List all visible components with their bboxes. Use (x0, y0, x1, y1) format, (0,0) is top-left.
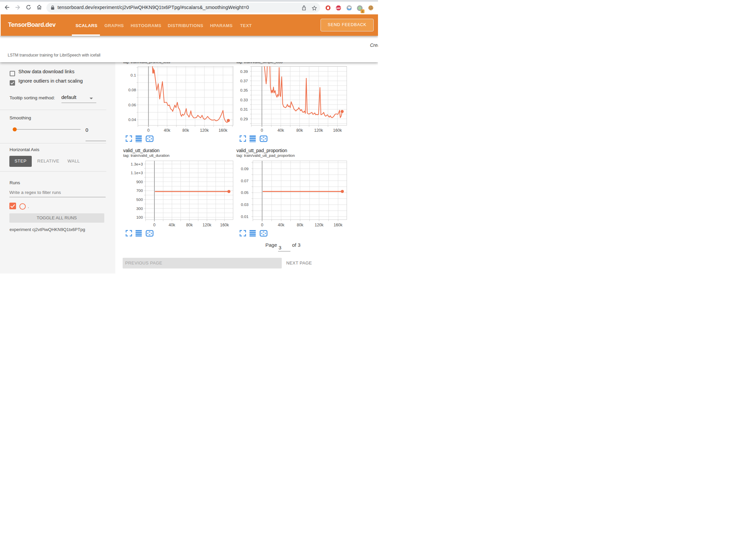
svg-text:40k: 40k (278, 223, 285, 227)
svg-text:80k: 80k (296, 128, 303, 133)
svg-text:160k: 160k (220, 223, 229, 227)
svg-text:0.04: 0.04 (128, 117, 136, 122)
svg-text:0.08: 0.08 (128, 88, 136, 92)
svg-text:valid_utt_pad_proportion: valid_utt_pad_proportion (237, 148, 287, 153)
svg-text:700: 700 (136, 188, 143, 193)
svg-text:0.39: 0.39 (240, 69, 248, 74)
svg-text:0.01: 0.01 (241, 214, 249, 219)
svg-text:0.07: 0.07 (241, 179, 249, 183)
svg-text:0: 0 (261, 128, 263, 133)
svg-text:1: 1 (362, 10, 363, 13)
svg-text:0.06: 0.06 (128, 103, 136, 107)
svg-text:500: 500 (136, 197, 143, 202)
svg-text:0.09: 0.09 (241, 167, 249, 171)
svg-text:0.03: 0.03 (241, 202, 249, 207)
svg-text:40k: 40k (169, 223, 176, 227)
svg-text:120k: 120k (314, 223, 324, 227)
svg-text:1.3e+3: 1.3e+3 (131, 162, 143, 167)
svg-text:80k: 80k (186, 223, 193, 227)
svg-text:120k: 120k (200, 128, 209, 133)
svg-text:900: 900 (136, 180, 143, 184)
svg-text:tag: train/valid_utt_duration: tag: train/valid_utt_duration (123, 153, 170, 157)
svg-text:160k: 160k (219, 128, 228, 133)
svg-text:40k: 40k (277, 128, 284, 133)
svg-text:0: 0 (153, 223, 156, 227)
svg-text:valid_utt_duration: valid_utt_duration (123, 148, 160, 153)
svg-text:300: 300 (136, 206, 143, 211)
svg-text:0.29: 0.29 (240, 117, 248, 121)
svg-text:100: 100 (136, 215, 143, 220)
svg-text:0.35: 0.35 (240, 88, 248, 93)
svg-text:0: 0 (261, 223, 263, 227)
svg-text:80k: 80k (182, 128, 190, 133)
svg-text:0.33: 0.33 (240, 98, 248, 102)
svg-text:0: 0 (147, 128, 150, 133)
svg-text:0.37: 0.37 (240, 79, 248, 83)
svg-text:160k: 160k (333, 128, 342, 133)
svg-text:160k: 160k (334, 223, 343, 227)
svg-text:120k: 120k (203, 223, 212, 227)
svg-text:ABP: ABP (336, 7, 341, 9)
svg-text:1.1e+3: 1.1e+3 (131, 171, 143, 175)
svg-text:0.31: 0.31 (240, 107, 248, 112)
svg-text:80k: 80k (297, 223, 304, 227)
svg-text:120k: 120k (314, 128, 323, 133)
svg-text:tag: train/valid_utt_pad_propo: tag: train/valid_utt_pad_proportion (237, 153, 295, 157)
svg-text:0.1: 0.1 (131, 73, 136, 78)
svg-text:0.05: 0.05 (241, 190, 249, 195)
svg-text:40k: 40k (164, 128, 171, 133)
